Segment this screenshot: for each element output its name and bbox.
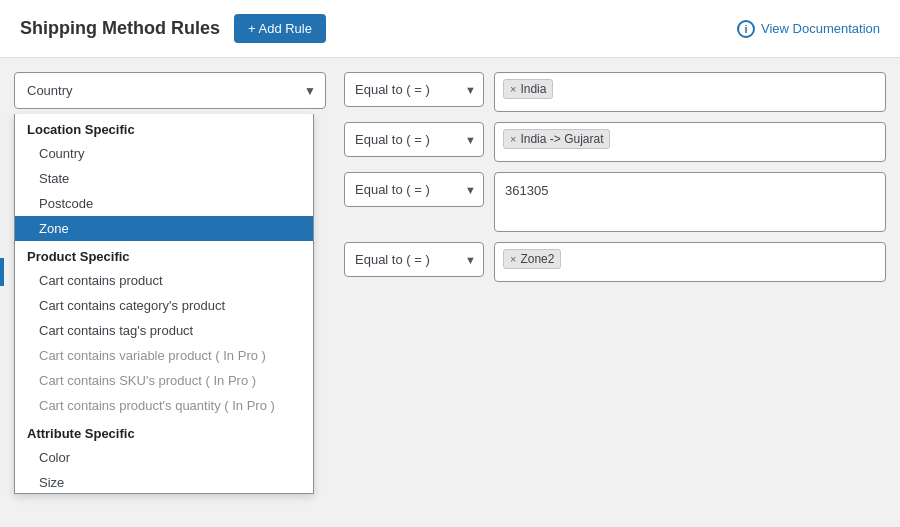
rule-operator-3[interactable]: Equal to ( = ) ▼ <box>344 172 484 207</box>
rule-value-box-3[interactable]: 361305 <box>494 172 886 232</box>
add-rule-button[interactable]: + Add Rule <box>234 14 326 43</box>
menu-item-cart-product[interactable]: Cart contains product <box>15 268 313 293</box>
tag-remove-india[interactable]: × <box>510 83 516 95</box>
group-label-location: Location Specific <box>15 114 313 141</box>
menu-item-country[interactable]: Country <box>15 141 313 166</box>
tag-remove-india-gujarat[interactable]: × <box>510 133 516 145</box>
tag-label-india-gujarat: India -> Gujarat <box>520 132 603 146</box>
condition-type-select[interactable]: Country <box>14 72 326 109</box>
menu-item-color[interactable]: Color <box>15 445 313 470</box>
menu-item-cart-category[interactable]: Cart contains category's product <box>15 293 313 318</box>
rule-row-4: Equal to ( = ) ▼ × Zone2 <box>344 242 886 282</box>
operator-select-2[interactable]: Equal to ( = ) <box>344 122 484 157</box>
operator-select-1[interactable]: Equal to ( = ) <box>344 72 484 107</box>
save-button[interactable]: S <box>0 258 4 286</box>
rule-operator-2[interactable]: Equal to ( = ) ▼ <box>344 122 484 157</box>
view-documentation-link[interactable]: i View Documentation <box>737 20 880 38</box>
header-left: Shipping Method Rules + Add Rule <box>20 14 326 43</box>
group-label-attribute: Attribute Specific <box>15 418 313 445</box>
tag-label-zone2: Zone2 <box>520 252 554 266</box>
group-label-product: Product Specific <box>15 241 313 268</box>
rule-value-box-4[interactable]: × Zone2 <box>494 242 886 282</box>
main-content: S Country ▼ Location Specific Country St… <box>0 58 900 527</box>
rule-operator-1[interactable]: Equal to ( = ) ▼ <box>344 72 484 107</box>
tag-remove-zone2[interactable]: × <box>510 253 516 265</box>
menu-item-size[interactable]: Size <box>15 470 313 494</box>
rule-row-1: Equal to ( = ) ▼ × India <box>344 72 886 112</box>
operator-select-3[interactable]: Equal to ( = ) <box>344 172 484 207</box>
operator-select-4[interactable]: Equal to ( = ) <box>344 242 484 277</box>
rule-row-3: Equal to ( = ) ▼ 361305 <box>344 172 886 232</box>
rule-value-box-1[interactable]: × India <box>494 72 886 112</box>
rule-operator-4[interactable]: Equal to ( = ) ▼ <box>344 242 484 277</box>
tag-label-india: India <box>520 82 546 96</box>
menu-item-cart-quantity: Cart contains product's quantity ( In Pr… <box>15 393 313 418</box>
menu-item-cart-tag[interactable]: Cart contains tag's product <box>15 318 313 343</box>
page-title: Shipping Method Rules <box>20 18 220 39</box>
menu-item-zone[interactable]: Zone <box>15 216 313 241</box>
page-wrapper: Shipping Method Rules + Add Rule i View … <box>0 0 900 527</box>
condition-type-dropdown[interactable]: Country ▼ Location Specific Country Stat… <box>14 72 326 109</box>
rule-postcode-value: 361305 <box>503 179 550 202</box>
tag-zone2: × Zone2 <box>503 249 561 269</box>
menu-item-cart-sku: Cart contains SKU's product ( In Pro ) <box>15 368 313 393</box>
view-documentation-label: View Documentation <box>761 21 880 36</box>
left-panel: S Country ▼ Location Specific Country St… <box>0 58 340 527</box>
menu-item-cart-variable: Cart contains variable product ( In Pro … <box>15 343 313 368</box>
rule-row-2: Equal to ( = ) ▼ × India -> Gujarat <box>344 122 886 162</box>
rule-value-box-2[interactable]: × India -> Gujarat <box>494 122 886 162</box>
info-icon: i <box>737 20 755 38</box>
header: Shipping Method Rules + Add Rule i View … <box>0 0 900 58</box>
menu-item-postcode[interactable]: Postcode <box>15 191 313 216</box>
tag-india-gujarat: × India -> Gujarat <box>503 129 610 149</box>
tag-india: × India <box>503 79 553 99</box>
dropdown-menu: Location Specific Country State Postcode… <box>14 114 314 494</box>
menu-item-state[interactable]: State <box>15 166 313 191</box>
right-panel: Equal to ( = ) ▼ × India Equal to ( = ) <box>340 58 900 527</box>
